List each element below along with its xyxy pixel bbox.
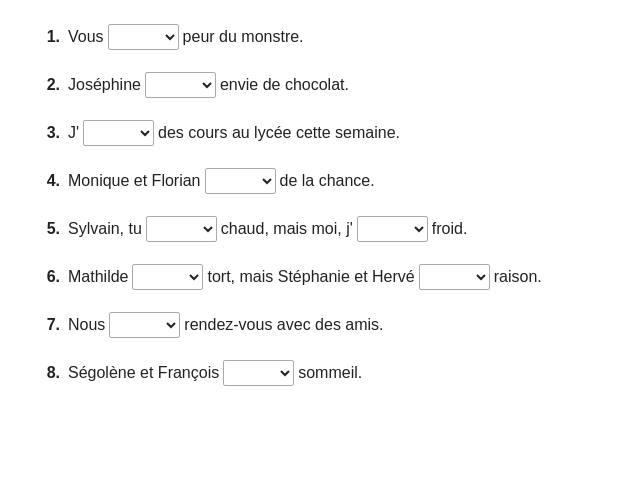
item-number-2: 2. (32, 76, 60, 94)
dropdown-1[interactable]: avez avons ont a ai as (108, 24, 179, 50)
text-before-5: Sylvain, tu (68, 220, 142, 238)
text-middle-6: tort, mais Stéphanie et Hervé (207, 268, 414, 286)
text-after-1: peur du monstre. (183, 28, 304, 46)
exercise-item-4: 4. Monique et Florian ont avons avez a a… (32, 168, 612, 194)
item-number-7: 7. (32, 316, 60, 334)
dropdown-8[interactable]: ont avons avez a ai as (223, 360, 294, 386)
dropdown-6a[interactable]: a ai as avons avez ont (132, 264, 203, 290)
dropdown-4[interactable]: ont avons avez a ai as (205, 168, 276, 194)
item-number-3: 3. (32, 124, 60, 142)
exercise-item-8: 8. Ségolène et François ont avons avez a… (32, 360, 612, 386)
text-middle-5: chaud, mais moi, j' (221, 220, 353, 238)
text-before-3: J' (68, 124, 79, 142)
text-before-6: Mathilde (68, 268, 128, 286)
dropdown-6b[interactable]: ont a ai as avons avez (419, 264, 490, 290)
text-after-5: froid. (432, 220, 468, 238)
text-after-3: des cours au lycée cette semaine. (158, 124, 400, 142)
exercise-list: 1. Vous avez avons ont a ai as peur du m… (32, 24, 612, 386)
item-number-6: 6. (32, 268, 60, 286)
text-before-4: Monique et Florian (68, 172, 201, 190)
dropdown-5a[interactable]: as ai a avons avez ont (146, 216, 217, 242)
text-before-7: Nous (68, 316, 105, 334)
exercise-item-2: 2. Joséphine a ai as avez avons ont envi… (32, 72, 612, 98)
text-after-7: rendez-vous avec des amis. (184, 316, 383, 334)
dropdown-2[interactable]: a ai as avez avons ont (145, 72, 216, 98)
exercise-item-3: 3. J' ai a avons avez ont as des cours a… (32, 120, 612, 146)
text-after-4: de la chance. (280, 172, 375, 190)
text-before-2: Joséphine (68, 76, 141, 94)
exercise-item-5: 5. Sylvain, tu as ai a avons avez ont ch… (32, 216, 612, 242)
dropdown-3[interactable]: ai a avons avez ont as (83, 120, 154, 146)
text-after-2: envie de chocolat. (220, 76, 349, 94)
item-number-1: 1. (32, 28, 60, 46)
exercise-item-6: 6. Mathilde a ai as avons avez ont tort,… (32, 264, 612, 290)
text-before-1: Vous (68, 28, 104, 46)
dropdown-5b[interactable]: ai as a avons avez ont (357, 216, 428, 242)
text-after-8: sommeil. (298, 364, 362, 382)
exercise-item-7: 7. Nous avons avez ont a ai as rendez-vo… (32, 312, 612, 338)
item-number-4: 4. (32, 172, 60, 190)
item-number-8: 8. (32, 364, 60, 382)
item-number-5: 5. (32, 220, 60, 238)
text-after-6: raison. (494, 268, 542, 286)
text-before-8: Ségolène et François (68, 364, 219, 382)
dropdown-7[interactable]: avons avez ont a ai as (109, 312, 180, 338)
exercise-item-1: 1. Vous avez avons ont a ai as peur du m… (32, 24, 612, 50)
